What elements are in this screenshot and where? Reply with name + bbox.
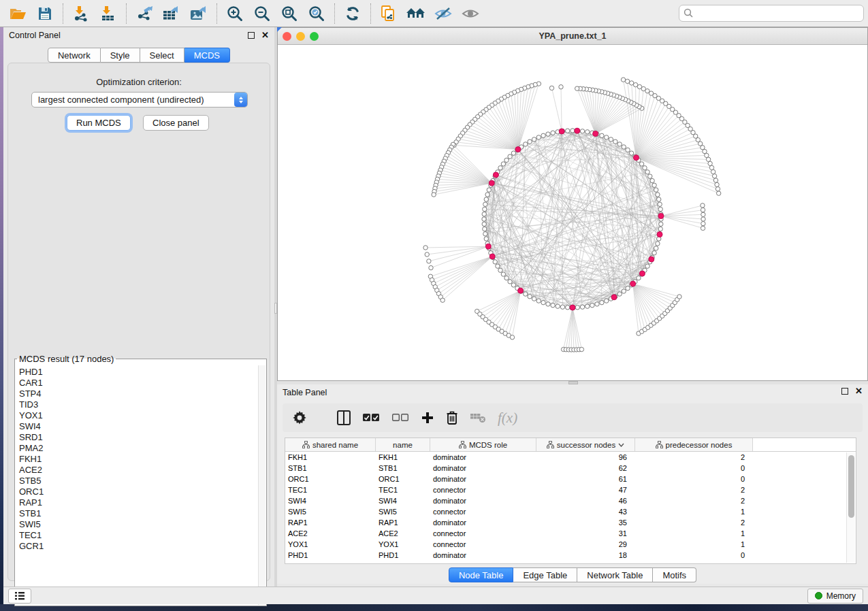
- table-row[interactable]: PHD1PHD1dominator180: [285, 550, 856, 561]
- optimization-criterion-select[interactable]: largest connected component (undirected): [31, 92, 248, 108]
- tab-mcds[interactable]: MCDS: [184, 48, 230, 63]
- mcds-result-item[interactable]: ACE2: [19, 465, 258, 476]
- search-box[interactable]: [679, 5, 864, 22]
- cell-MCDS-role[interactable]: dominator: [430, 474, 536, 484]
- table-options-button[interactable]: [292, 408, 307, 428]
- cell-predecessor-nodes[interactable]: 2: [635, 517, 753, 528]
- cell-predecessor-nodes[interactable]: 1: [635, 506, 753, 517]
- show-all-button[interactable]: [457, 2, 484, 25]
- tab-node-table[interactable]: Node Table: [449, 567, 514, 582]
- cell-name[interactable]: RAP1: [376, 517, 430, 528]
- zoom-in-button[interactable]: [221, 2, 248, 25]
- cell-predecessor-nodes[interactable]: 0: [635, 550, 753, 561]
- new-network-button[interactable]: [375, 2, 402, 25]
- cell-shared-name[interactable]: FKH1: [285, 452, 376, 463]
- cell-successor-nodes[interactable]: 18: [536, 550, 635, 561]
- mcds-result-item[interactable]: SRD1: [19, 432, 258, 443]
- mcds-result-item[interactable]: RAP1: [19, 497, 258, 508]
- apply-layout-button[interactable]: [339, 2, 366, 25]
- cell-name[interactable]: PHD1: [376, 550, 430, 561]
- cell-name[interactable]: SWI5: [376, 506, 430, 517]
- mcds-result-item[interactable]: YOX1: [19, 410, 258, 421]
- table-scrollbar[interactable]: [846, 452, 855, 563]
- cell-MCDS-role[interactable]: dominator: [430, 463, 536, 474]
- network-graph-canvas[interactable]: [278, 45, 867, 380]
- cell-MCDS-role[interactable]: connector: [430, 506, 536, 517]
- delete-column-button[interactable]: [446, 408, 458, 428]
- cell-shared-name[interactable]: SWI5: [285, 506, 376, 517]
- mcds-result-item[interactable]: STP4: [19, 389, 258, 399]
- cell-successor-nodes[interactable]: 47: [536, 484, 635, 495]
- cell-shared-name[interactable]: YOX1: [285, 539, 376, 550]
- search-input[interactable]: [696, 9, 859, 18]
- cell-successor-nodes[interactable]: 46: [536, 495, 635, 506]
- mcds-result-item[interactable]: GCR1: [19, 541, 258, 552]
- export-network-button[interactable]: [131, 2, 158, 25]
- cell-MCDS-role[interactable]: connector: [430, 539, 536, 550]
- select-all-button[interactable]: [362, 408, 380, 428]
- deselect-all-button[interactable]: [391, 408, 409, 428]
- mcds-result-item[interactable]: CAR1: [19, 378, 258, 389]
- cell-successor-nodes[interactable]: 35: [536, 517, 635, 528]
- table-row[interactable]: RAP1RAP1dominator352: [285, 517, 856, 528]
- cell-name[interactable]: SWI4: [376, 495, 430, 506]
- mcds-result-item[interactable]: PMA2: [19, 443, 258, 454]
- cell-predecessor-nodes[interactable]: 2: [635, 484, 753, 495]
- memory-button[interactable]: Memory: [807, 589, 863, 604]
- hide-selected-button[interactable]: [430, 2, 457, 25]
- tab-network[interactable]: Network: [48, 48, 101, 63]
- cell-name[interactable]: STB1: [376, 463, 430, 474]
- cell-name[interactable]: ACE2: [376, 528, 430, 539]
- close-panel-icon[interactable]: ✕: [855, 388, 863, 395]
- cell-successor-nodes[interactable]: 62: [536, 463, 635, 474]
- show-columns-button[interactable]: [337, 408, 351, 428]
- cell-predecessor-nodes[interactable]: 2: [635, 495, 753, 506]
- float-panel-icon[interactable]: [841, 388, 848, 395]
- table-row[interactable]: YOX1YOX1connector291: [285, 539, 856, 550]
- close-panel-icon[interactable]: ✕: [261, 32, 269, 39]
- mcds-result-item[interactable]: ORC1: [19, 486, 258, 497]
- cell-name[interactable]: ORC1: [376, 474, 430, 484]
- status-menu-button[interactable]: [8, 589, 31, 604]
- mcds-result-item[interactable]: SWI4: [19, 421, 258, 432]
- table-row[interactable]: FKH1FKH1dominator962: [285, 452, 856, 463]
- column-header-predecessor-nodes[interactable]: predecessor nodes: [635, 438, 753, 451]
- export-table-button[interactable]: [158, 2, 185, 25]
- cell-shared-name[interactable]: SWI4: [285, 495, 376, 506]
- zoom-fit-button[interactable]: [276, 2, 303, 25]
- cell-predecessor-nodes[interactable]: 0: [635, 463, 753, 474]
- cell-shared-name[interactable]: ACE2: [285, 528, 376, 539]
- table-row[interactable]: ORC1ORC1dominator610: [285, 474, 856, 484]
- mcds-result-item[interactable]: STB5: [19, 476, 258, 486]
- cell-MCDS-role[interactable]: connector: [430, 528, 536, 539]
- cell-predecessor-nodes[interactable]: 0: [635, 474, 753, 484]
- cell-successor-nodes[interactable]: 43: [536, 506, 635, 517]
- add-column-button[interactable]: [421, 408, 434, 428]
- table-row[interactable]: SWI4SWI4dominator462: [285, 495, 856, 506]
- run-mcds-button[interactable]: Run MCDS: [67, 115, 131, 131]
- cell-successor-nodes[interactable]: 96: [536, 452, 635, 463]
- mcds-result-item[interactable]: SWI5: [19, 519, 258, 530]
- cell-name[interactable]: YOX1: [376, 539, 430, 550]
- cell-MCDS-role[interactable]: dominator: [430, 550, 536, 561]
- cell-shared-name[interactable]: STB1: [285, 463, 376, 474]
- mcds-result-item[interactable]: TID3: [19, 399, 258, 410]
- tab-select[interactable]: Select: [140, 48, 184, 63]
- save-session-button[interactable]: [31, 2, 59, 25]
- zoom-out-button[interactable]: [248, 2, 276, 25]
- first-neighbors-button[interactable]: [402, 2, 430, 25]
- scrollbar-thumb[interactable]: [848, 455, 854, 518]
- cell-predecessor-nodes[interactable]: 2: [635, 452, 753, 463]
- cell-MCDS-role[interactable]: connector: [430, 484, 536, 495]
- cell-shared-name[interactable]: RAP1: [285, 517, 376, 528]
- cell-shared-name[interactable]: PHD1: [285, 550, 376, 561]
- import-network-button[interactable]: [67, 2, 95, 25]
- cell-MCDS-role[interactable]: dominator: [430, 495, 536, 506]
- cell-predecessor-nodes[interactable]: 1: [635, 528, 753, 539]
- close-panel-button[interactable]: Close panel: [143, 115, 209, 131]
- cell-shared-name[interactable]: ORC1: [285, 474, 376, 484]
- float-panel-icon[interactable]: [248, 32, 255, 39]
- mcds-result-item[interactable]: PHD1: [19, 367, 258, 378]
- cell-predecessor-nodes[interactable]: 1: [635, 539, 753, 550]
- tab-style[interactable]: Style: [101, 48, 140, 63]
